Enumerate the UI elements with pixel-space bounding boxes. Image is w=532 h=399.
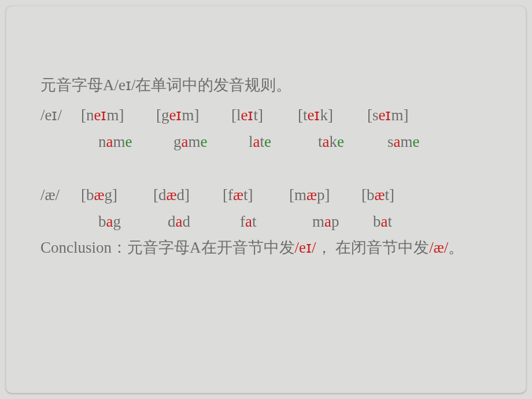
word-cell: take bbox=[318, 129, 387, 156]
ipa-cell: [mæp] bbox=[289, 182, 361, 209]
conclusion-suffix: 。 bbox=[448, 239, 464, 256]
conclusion-phoneme-1: /eɪ/ bbox=[295, 239, 316, 256]
word-cell: game bbox=[173, 129, 249, 156]
conclusion-prefix: Conclusion：元音字母A在开音节中发 bbox=[40, 239, 295, 256]
conclusion-mid: ， 在闭音节中发 bbox=[316, 239, 430, 256]
title: 元音字母A/eɪ/在单词中的发音规则。 bbox=[40, 72, 492, 99]
section2-ipa-row: /æ/ [bæg] [dæd] [fæt] [mæp] [bæt] bbox=[40, 182, 492, 209]
ipa-cell: [bæt] bbox=[361, 182, 394, 209]
conclusion-phoneme-2: /æ/ bbox=[429, 239, 448, 256]
word-cell: bat bbox=[373, 209, 392, 235]
ipa-cell: [leɪt] bbox=[231, 102, 298, 129]
ipa-cell: [fæt] bbox=[223, 182, 289, 209]
section1-words-row: name game late take same bbox=[40, 129, 492, 156]
word-cell: same bbox=[387, 129, 463, 156]
word-cell: bag bbox=[98, 209, 168, 235]
word-cell: late bbox=[249, 129, 318, 156]
ipa-cell: [dæd] bbox=[153, 182, 223, 209]
word-cell: map bbox=[312, 209, 373, 235]
ipa-cell: [neɪm] bbox=[81, 102, 156, 129]
section1-ipa-row: /eɪ/ [neɪm] [geɪm] [leɪt] [teɪk] [seɪm] bbox=[40, 102, 492, 129]
word-cell: dad bbox=[168, 209, 240, 235]
ipa-cell: [bæg] bbox=[81, 182, 153, 209]
slide-container: 元音字母A/eɪ/在单词中的发音规则。 /eɪ/ [neɪm] [geɪm] [… bbox=[6, 6, 526, 393]
indent bbox=[40, 209, 98, 235]
word-cell: fat bbox=[240, 209, 312, 235]
section1-label: /eɪ/ bbox=[40, 102, 81, 129]
ipa-cell: [geɪm] bbox=[156, 102, 231, 129]
section2-words-row: bag dad fat map bat bbox=[40, 209, 492, 235]
ipa-cell: [seɪm] bbox=[367, 102, 442, 129]
ipa-cell: [teɪk] bbox=[298, 102, 367, 129]
indent bbox=[40, 129, 98, 156]
word-cell: name bbox=[98, 129, 173, 156]
conclusion: Conclusion：元音字母A在开音节中发/eɪ/， 在闭音节中发/æ/。 bbox=[40, 235, 492, 261]
spacer bbox=[40, 156, 492, 182]
section2-label: /æ/ bbox=[40, 182, 81, 209]
